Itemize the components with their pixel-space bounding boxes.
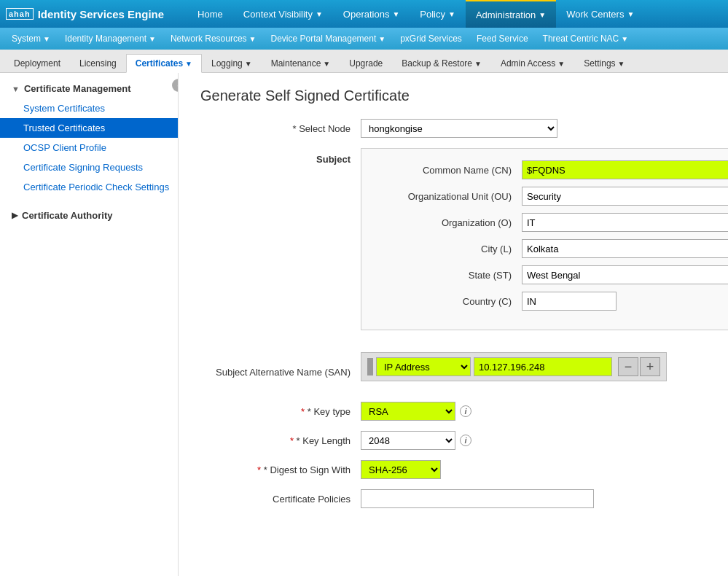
subject-section-label: Subject <box>316 154 351 165</box>
chevron-down-icon: ▼ <box>378 35 385 43</box>
san-ip-input[interactable] <box>474 357 612 376</box>
san-section: IP Address DNS URI Email − + <box>361 352 667 381</box>
digest-label: * * Digest to Sign With <box>200 464 361 475</box>
nav-context-visibility[interactable]: Context Visibility▼ <box>233 0 333 28</box>
state-row: State (ST) <box>376 265 728 284</box>
sidebar-item-trusted-certs[interactable]: Trusted Certificates <box>0 118 178 138</box>
nav-device-portal-mgmt[interactable]: Device Portal Management▼ <box>264 28 394 50</box>
chevron-down-icon: ▼ <box>245 60 252 68</box>
key-type-row: * * Key type RSA ECDSA i <box>200 402 706 421</box>
main-content: Generate Self Signed Certificate * Selec… <box>179 73 728 576</box>
city-row: City (L) <box>376 239 728 258</box>
tab-settings[interactable]: Settings▼ <box>574 54 634 72</box>
country-label: Country (C) <box>376 296 522 307</box>
digest-row: * * Digest to Sign With SHA-256 SHA-384 … <box>200 460 706 479</box>
nav-administration[interactable]: Administration▼ <box>466 0 556 28</box>
san-add-button[interactable]: + <box>640 357 660 376</box>
chevron-down-icon: ▼ <box>539 11 546 19</box>
sidebar-item-csr[interactable]: Certificate Signing Requests <box>0 157 178 177</box>
nav-feed-service[interactable]: Feed Service <box>469 28 536 50</box>
select-node-row: * Select Node hongkongise <box>200 119 706 138</box>
org-unit-label: Organizational Unit (OU) <box>376 191 522 202</box>
sidebar-item-system-certs[interactable]: System Certificates <box>0 98 178 118</box>
sidebar: ‹ ▼ Certificate Management System Certif… <box>0 73 179 576</box>
chevron-down-icon: ▼ <box>618 60 625 68</box>
tab-admin-access[interactable]: Admin Access▼ <box>491 54 574 72</box>
top-nav-items: Home Context Visibility▼ Operations▼ Pol… <box>187 0 644 28</box>
digest-dropdown[interactable]: SHA-256 SHA-384 SHA-512 <box>361 460 441 479</box>
common-name-row: Common Name (CN) i <box>376 160 728 179</box>
tab-maintenance[interactable]: Maintenance▼ <box>262 54 340 72</box>
tab-deployment[interactable]: Deployment <box>4 54 70 72</box>
nav-policy[interactable]: Policy▼ <box>410 0 466 28</box>
org-unit-row: Organizational Unit (OU) i <box>376 187 728 206</box>
chevron-down-icon: ▼ <box>627 10 634 18</box>
sidebar-item-ocsp[interactable]: OCSP Client Profile <box>0 138 178 157</box>
san-row: Subject Alternative Name (SAN) IP Addres… <box>200 352 706 392</box>
cert-policies-row: Certificate Policies <box>200 489 706 508</box>
chevron-down-icon: ▼ <box>557 60 565 68</box>
cisco-logo: ahah Identity Services Engine <box>6 8 179 20</box>
country-input[interactable] <box>522 292 617 311</box>
chevron-down-icon: ▼ <box>249 35 257 43</box>
chevron-down-icon: ▼ <box>392 10 399 18</box>
chevron-down-icon: ▼ <box>149 35 156 43</box>
tab-certificates[interactable]: Certificates▼ <box>126 54 202 73</box>
chevron-down-icon: ▼ <box>43 35 50 43</box>
state-input[interactable] <box>522 265 728 284</box>
key-length-dropdown[interactable]: 1024 2048 4096 <box>361 431 455 450</box>
key-type-dropdown[interactable]: RSA ECDSA <box>361 402 455 421</box>
tab-upgrade[interactable]: Upgrade <box>340 54 392 72</box>
key-type-label: * * Key type <box>200 406 361 417</box>
chevron-down-icon: ▼ <box>448 10 455 18</box>
select-node-dropdown[interactable]: hongkongise <box>361 119 557 138</box>
org-input[interactable] <box>522 213 728 232</box>
org-unit-input[interactable] <box>522 187 728 206</box>
cert-authority-title[interactable]: ▶ Certificate Authority <box>0 206 178 225</box>
tab-backup-restore[interactable]: Backup & Restore▼ <box>392 54 491 72</box>
page-layout: ‹ ▼ Certificate Management System Certif… <box>0 73 728 576</box>
app-title: Identity Services Engine <box>38 8 164 20</box>
san-drag-handle[interactable] <box>367 358 373 375</box>
key-length-row: * * Key Length 1024 2048 4096 i <box>200 431 706 450</box>
key-type-info-icon[interactable]: i <box>460 405 471 417</box>
chevron-down-icon: ▼ <box>185 60 192 68</box>
chevron-down-icon: ▼ <box>474 60 482 68</box>
cert-management-section: ▼ Certificate Management System Certific… <box>0 73 178 203</box>
nav-operations[interactable]: Operations▼ <box>333 0 410 28</box>
chevron-down-icon: ▼ <box>323 60 330 68</box>
chevron-down-icon: ▼ <box>12 85 20 93</box>
nav-work-centers[interactable]: Work Centers▼ <box>556 0 644 28</box>
key-length-label: * * Key Length <box>200 435 361 446</box>
nav-identity-management[interactable]: Identity Management▼ <box>58 28 163 50</box>
san-remove-button[interactable]: − <box>618 357 638 376</box>
state-label: State (ST) <box>376 270 522 281</box>
cert-policies-input[interactable] <box>361 489 594 508</box>
san-label: Subject Alternative Name (SAN) <box>200 367 361 378</box>
common-name-input[interactable] <box>522 160 728 179</box>
city-input[interactable] <box>522 239 728 258</box>
chevron-down-icon: ▼ <box>316 10 323 18</box>
city-label: City (L) <box>376 244 522 254</box>
san-type-dropdown[interactable]: IP Address DNS URI Email <box>376 357 471 376</box>
select-node-label: * Select Node <box>200 123 361 134</box>
org-label: Organization (O) <box>376 217 522 228</box>
country-row: Country (C) <box>376 292 728 311</box>
tab-licensing[interactable]: Licensing <box>70 54 126 72</box>
cert-management-title[interactable]: ▼ Certificate Management <box>0 79 178 98</box>
sidebar-item-cert-check[interactable]: Certificate Periodic Check Settings <box>0 177 178 197</box>
key-length-info-icon[interactable]: i <box>460 435 471 446</box>
common-name-label: Common Name (CN) <box>376 165 522 176</box>
nav-network-resources[interactable]: Network Resources▼ <box>163 28 264 50</box>
top-navigation: ahah Identity Services Engine Home Conte… <box>0 0 728 28</box>
second-navigation: System▼ Identity Management▼ Network Res… <box>0 28 728 50</box>
chevron-down-icon: ▼ <box>621 35 628 43</box>
nav-pxgrid[interactable]: pxGrid Services <box>393 28 469 50</box>
nav-home[interactable]: Home <box>187 0 233 28</box>
nav-threat-centric[interactable]: Threat Centric NAC▼ <box>536 28 636 50</box>
third-navigation: Deployment Licensing Certificates▼ Loggi… <box>0 50 728 73</box>
tab-logging[interactable]: Logging▼ <box>202 54 262 72</box>
cisco-logo-text: ahah <box>6 8 34 20</box>
nav-system[interactable]: System▼ <box>4 28 58 50</box>
org-row: Organization (O) i <box>376 213 728 232</box>
